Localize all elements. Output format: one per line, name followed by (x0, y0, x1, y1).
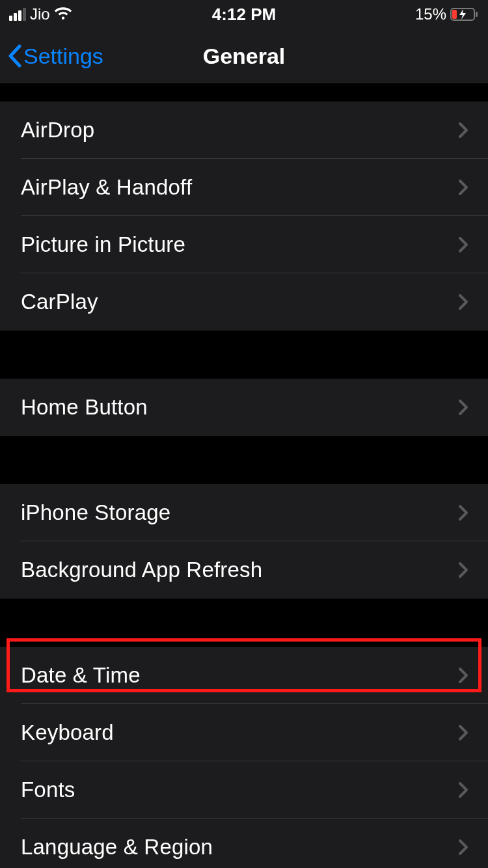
row-home-button[interactable]: Home Button (0, 379, 488, 436)
back-button[interactable]: Settings (7, 44, 103, 69)
chevron-right-icon (458, 122, 468, 139)
section-gap (0, 599, 488, 647)
row-airdrop[interactable]: AirDrop (0, 102, 488, 159)
carrier-label: Jio (30, 5, 50, 23)
status-left: Jio (9, 5, 72, 23)
row-label: iPhone Storage (21, 500, 170, 525)
wifi-icon (54, 7, 72, 21)
chevron-left-icon (7, 44, 22, 68)
row-date-time[interactable]: Date & Time (0, 647, 488, 704)
chevron-right-icon (458, 504, 468, 521)
status-time: 4:12 PM (212, 5, 276, 25)
row-label: Language & Region (21, 835, 213, 860)
row-label: AirDrop (21, 118, 94, 142)
chevron-right-icon (458, 667, 468, 684)
section-gap (0, 436, 488, 484)
battery-percent: 15% (415, 5, 446, 23)
row-label: CarPlay (21, 290, 98, 314)
row-airplay-handoff[interactable]: AirPlay & Handoff (0, 159, 488, 216)
svg-rect-2 (476, 12, 478, 17)
chevron-right-icon (458, 236, 468, 253)
section-gap (0, 83, 488, 102)
row-carplay[interactable]: CarPlay (0, 273, 488, 331)
row-label: Home Button (21, 395, 148, 420)
settings-group: iPhone Storage Background App Refresh (0, 484, 488, 599)
page-title: General (203, 44, 286, 69)
section-gap (0, 331, 488, 379)
back-label: Settings (23, 44, 103, 69)
chevron-right-icon (458, 724, 468, 741)
row-label: AirPlay & Handoff (21, 175, 192, 200)
row-iphone-storage[interactable]: iPhone Storage (0, 484, 488, 541)
row-label: Fonts (21, 778, 75, 802)
row-label: Date & Time (21, 663, 141, 688)
battery-icon (450, 7, 479, 21)
row-language-region[interactable]: Language & Region (0, 819, 488, 868)
row-keyboard[interactable]: Keyboard (0, 704, 488, 761)
chevron-right-icon (458, 399, 468, 416)
settings-group: Date & Time Keyboard Fonts Language & Re… (0, 647, 488, 868)
signal-icon (9, 8, 26, 21)
chevron-right-icon (458, 781, 468, 798)
row-label: Picture in Picture (21, 232, 185, 257)
chevron-right-icon (458, 562, 468, 578)
svg-rect-1 (452, 10, 457, 19)
chevron-right-icon (458, 179, 468, 196)
row-label: Background App Refresh (21, 558, 262, 582)
settings-group: AirDrop AirPlay & Handoff Picture in Pic… (0, 102, 488, 331)
row-picture-in-picture[interactable]: Picture in Picture (0, 216, 488, 273)
chevron-right-icon (458, 293, 468, 310)
status-right: 15% (415, 5, 479, 23)
settings-group: Home Button (0, 379, 488, 436)
row-fonts[interactable]: Fonts (0, 761, 488, 819)
row-background-app-refresh[interactable]: Background App Refresh (0, 541, 488, 599)
row-label: Keyboard (21, 720, 114, 745)
chevron-right-icon (458, 839, 468, 856)
status-bar: Jio 4:12 PM 15% (0, 0, 488, 29)
nav-bar: Settings General (0, 29, 488, 83)
